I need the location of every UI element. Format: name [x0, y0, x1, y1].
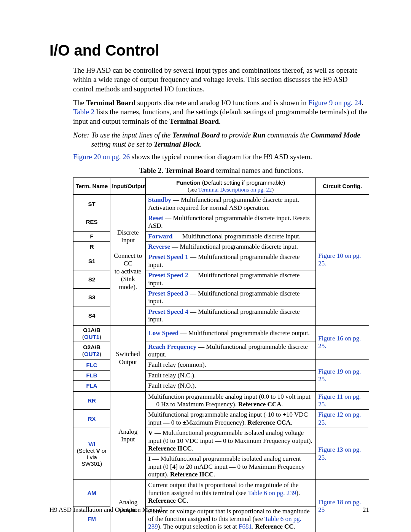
link-table-6a[interactable]: Table 6 on pg. 239 — [248, 489, 296, 497]
terminal-board-table: Term. Name Input/Output Function (Defaul… — [73, 177, 369, 532]
link-figure-11[interactable]: Figure 11 on pg. 25. — [318, 393, 361, 408]
th-function: Function (Default setting if programmabl… — [146, 178, 316, 195]
link-f681[interactable]: F681 — [239, 523, 252, 530]
link-figure-20[interactable]: Figure 20 on pg. 26 — [73, 153, 130, 161]
link-figure-9[interactable]: Figure 9 on pg. 24 — [308, 99, 362, 107]
table-caption: Table 2. Terminal Board terminal names a… — [73, 166, 369, 175]
table-row: ST Discrete Input Connect to CC to activ… — [73, 195, 369, 213]
footer-title: H9 ASD Installation and Operation Manual — [49, 506, 162, 514]
page-number: 21 — [363, 506, 369, 514]
th-term-name: Term. Name — [73, 178, 110, 195]
note: Note: To use the input lines of the Term… — [73, 131, 369, 149]
table-row: O1A/B (OUT1) Switched Output Low Speed —… — [73, 325, 369, 342]
intro-paragraph-3: Figure 20 on pg. 26 shows the typical co… — [73, 152, 369, 161]
link-figure-13[interactable]: Figure 13 on pg. 25. — [318, 446, 361, 461]
th-circuit-config: Circuit Config. — [316, 178, 369, 195]
table-row: RR Analog Input Multifunction programmab… — [73, 391, 369, 410]
page-footer: H9 ASD Installation and Operation Manual… — [49, 506, 369, 514]
link-figure-19[interactable]: Figure 19 on pg. 25. — [318, 368, 361, 383]
link-figure-16[interactable]: Figure 16 on pg. 25. — [318, 335, 361, 350]
link-figure-10[interactable]: Figure 10 on pg. 25. — [318, 252, 361, 267]
intro-paragraph-1: The H9 ASD can be controlled by several … — [73, 66, 369, 94]
th-io: Input/Output — [110, 178, 146, 195]
page-title: I/O and Control — [49, 42, 369, 59]
link-table-2[interactable]: Table 2 — [73, 108, 94, 116]
table-row: AM Analog Output Current output that is … — [73, 480, 369, 506]
link-figure-12[interactable]: Figure 12 on pg. 25. — [318, 411, 361, 426]
link-terminal-descriptions[interactable]: Terminal Descriptions on pg. 22 — [198, 187, 272, 193]
table-header-row: Term. Name Input/Output Function (Defaul… — [73, 178, 369, 195]
intro-paragraph-2: The Terminal Board supports discrete and… — [73, 98, 369, 126]
